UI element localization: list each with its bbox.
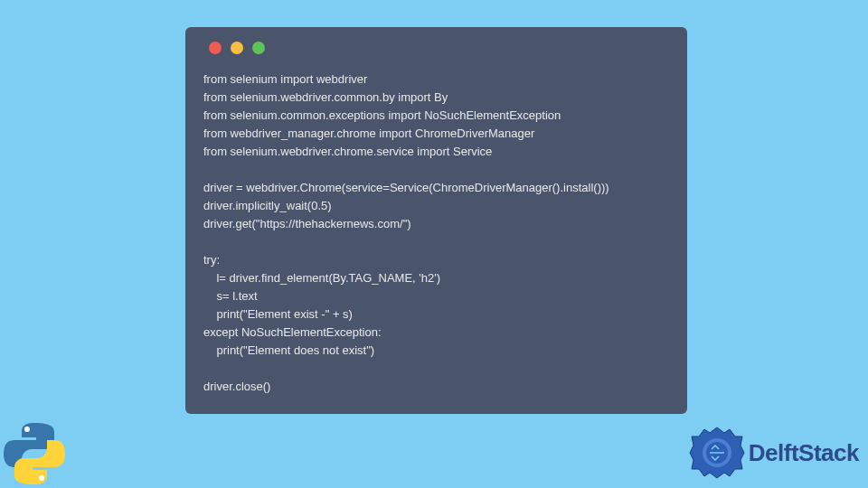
delftstack-logo: DelftStack (689, 425, 859, 481)
maximize-dot-icon (252, 42, 265, 54)
svg-point-1 (39, 475, 44, 481)
code-line: from selenium.webdriver.chrome.service i… (203, 145, 492, 158)
delftstack-brand-text: DelftStack (749, 439, 859, 467)
code-line: driver.get("https://thehackernews.com/") (203, 217, 411, 230)
code-content: from selenium import webdriver from sele… (203, 70, 669, 396)
code-window: from selenium import webdriver from sele… (185, 27, 687, 414)
code-line: from selenium.webdriver.common.by import… (203, 90, 448, 104)
code-line: from webdriver_manager.chrome import Chr… (203, 127, 534, 140)
minimize-dot-icon (231, 42, 243, 54)
code-line: print("Element does not exist") (203, 343, 374, 357)
code-line: driver = webdriver.Chrome(service=Servic… (203, 181, 609, 194)
code-line: from selenium.common.exceptions import N… (203, 108, 561, 122)
code-line: try: (203, 253, 220, 267)
code-line: l= driver.find_element(By.TAG_NAME, 'h2'… (203, 271, 440, 285)
code-line: from selenium import webdriver (203, 72, 367, 86)
svg-point-0 (24, 427, 30, 432)
close-dot-icon (209, 42, 222, 54)
code-line: s= l.text (203, 289, 258, 303)
delftstack-emblem-icon (689, 425, 745, 481)
window-controls (203, 42, 669, 54)
python-logo-icon (0, 419, 69, 488)
code-line: print("Element exist -" + s) (203, 307, 353, 321)
code-line: driver.implicitly_wait(0.5) (203, 199, 332, 212)
code-line: except NoSuchElementException: (203, 325, 382, 339)
code-line: driver.close() (203, 380, 270, 393)
